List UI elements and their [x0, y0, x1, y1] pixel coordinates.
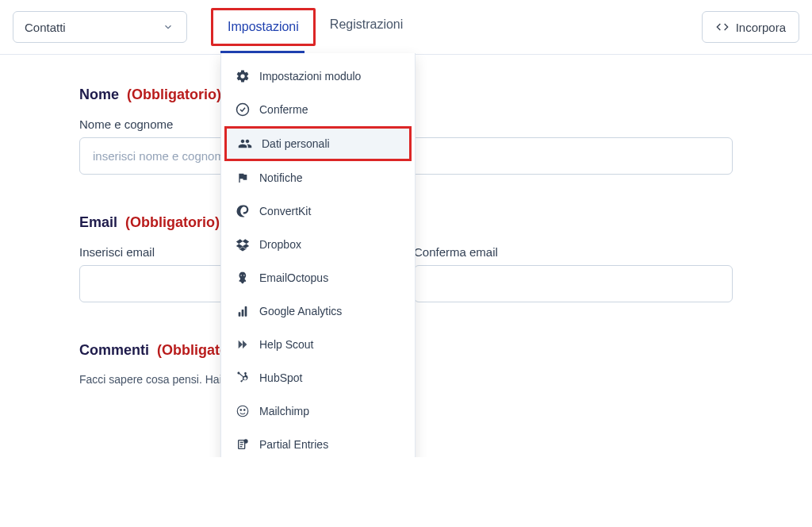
- menu-item-hubspot[interactable]: HubSpot: [221, 361, 415, 394]
- users-icon: [238, 137, 252, 151]
- flag-icon: [236, 171, 250, 185]
- mailchimp-icon: [236, 404, 250, 418]
- menu-item-label: EmailOctopus: [259, 271, 328, 284]
- tab-label: Impostazioni: [228, 20, 299, 33]
- menu-item-form-settings[interactable]: Impostazioni modulo: [221, 60, 415, 93]
- dropbox-icon: [236, 237, 250, 252]
- tabs: Impostazioni Registrazioni: [211, 8, 417, 46]
- svg-point-5: [240, 410, 242, 411]
- svg-point-4: [237, 406, 248, 417]
- dropdown-value: Contatti: [25, 21, 66, 34]
- label-text: Email: [79, 214, 117, 230]
- tab-label: Registrazioni: [330, 17, 403, 31]
- settings-dropdown-menu: Impostazioni modulo Conferme Dati person…: [220, 53, 416, 457]
- menu-item-analytics[interactable]: Google Analytics: [221, 294, 415, 328]
- hubspot-icon: [236, 371, 250, 385]
- check-circle-icon: [236, 102, 250, 117]
- menu-item-label: Dropbox: [259, 238, 301, 251]
- menu-item-dropbox[interactable]: Dropbox: [221, 228, 415, 261]
- menu-item-emailoctopus[interactable]: EmailOctopus: [221, 261, 415, 294]
- email-confirm-input[interactable]: [414, 265, 733, 302]
- menu-item-label: Conferme: [259, 103, 308, 116]
- menu-item-mailchimp[interactable]: Mailchimp: [221, 394, 415, 428]
- contacts-dropdown[interactable]: Contatti: [13, 11, 187, 43]
- gear-icon: [236, 69, 250, 83]
- menu-item-helpscout[interactable]: Help Scout: [221, 328, 415, 361]
- menu-item-convertkit[interactable]: ConvertKit: [221, 194, 415, 228]
- code-icon: [715, 20, 730, 34]
- helpscout-icon: [236, 337, 250, 352]
- menu-item-label: Help Scout: [259, 338, 313, 351]
- svg-point-6: [244, 410, 246, 411]
- menu-item-label: Google Analytics: [259, 305, 342, 317]
- menu-active-indicator: [220, 51, 304, 53]
- partial-entries-icon: [236, 437, 250, 452]
- label-text: Commenti: [79, 342, 149, 358]
- chevron-down-icon: [161, 20, 175, 34]
- required-badge: (Obbligatorio): [125, 214, 220, 230]
- menu-item-label: Notifiche: [259, 171, 302, 184]
- email-sub-label-2: Conferma email: [414, 245, 733, 259]
- tab-registrazioni[interactable]: Registrazioni: [316, 8, 417, 46]
- menu-item-label: Mailchimp: [259, 405, 309, 417]
- menu-item-label: Impostazioni modulo: [259, 70, 361, 83]
- menu-item-label: ConvertKit: [259, 205, 311, 217]
- menu-item-notifications[interactable]: Notifiche: [221, 161, 415, 194]
- menu-item-label: Dati personali: [262, 137, 330, 150]
- convertkit-icon: [236, 204, 250, 218]
- svg-rect-3: [245, 306, 247, 317]
- tab-impostazioni[interactable]: Impostazioni: [211, 8, 316, 46]
- menu-item-label: Partial Entries: [259, 438, 328, 451]
- embed-button[interactable]: Incorpora: [702, 11, 799, 43]
- svg-rect-2: [242, 310, 244, 317]
- embed-label: Incorpora: [736, 21, 786, 34]
- svg-point-0: [237, 104, 249, 116]
- octopus-icon: [236, 271, 250, 285]
- menu-item-confirmations[interactable]: Conferme: [221, 93, 415, 126]
- menu-item-label: HubSpot: [259, 371, 302, 384]
- svg-point-11: [244, 440, 247, 443]
- svg-rect-1: [239, 312, 241, 316]
- menu-item-partial-entries[interactable]: Partial Entries: [221, 428, 415, 457]
- menu-item-personal-data[interactable]: Dati personali: [224, 126, 412, 161]
- required-badge: (Obbligatorio): [127, 87, 221, 102]
- analytics-icon: [236, 304, 250, 318]
- label-text: Nome: [79, 87, 119, 102]
